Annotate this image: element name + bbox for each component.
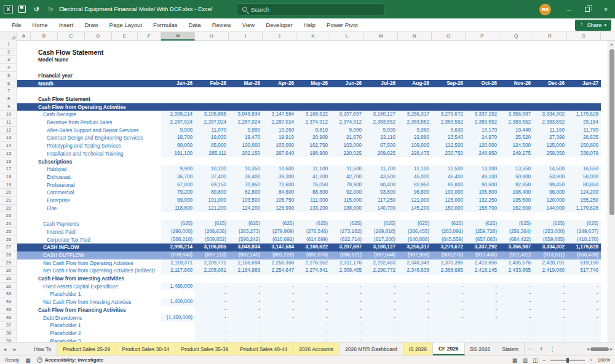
cell[interactable]: - [263,290,296,298]
row-header-15[interactable]: 15 [0,150,17,158]
cell[interactable]: 1,179,628 [567,111,601,119]
cell[interactable]: 202,150 [229,150,263,158]
cell[interactable]: 2,370,396 [432,259,466,267]
cell[interactable]: - [499,322,533,330]
cell[interactable]: 2,374,912 [296,119,330,127]
save-icon[interactable] [17,4,27,14]
cell[interactable]: 191,100 [161,150,195,158]
cell[interactable]: 18,700 [161,134,195,142]
cell[interactable]: - [466,322,499,330]
cell[interactable]: 9,990 [330,127,364,135]
cell[interactable]: 88,800 [296,189,330,197]
row-label[interactable]: Placeholder 3 [50,338,81,342]
cell[interactable]: 126,900 [263,205,296,213]
hscroll-left-icon[interactable]: ◂ [587,346,589,352]
cell[interactable]: 2,348,349 [398,259,432,267]
cell[interactable]: 92,000 [330,189,364,197]
row-label[interactable]: Commercial [47,189,74,197]
cell[interactable]: - [229,322,263,330]
cell[interactable]: 140,700 [364,205,398,213]
cell[interactable]: 2,164,983 [229,267,263,275]
cell[interactable]: (625) [466,220,499,228]
cell[interactable]: 45,000 [398,173,432,181]
cell[interactable]: - [229,338,263,342]
column-header-s[interactable]: S [567,32,601,41]
cell[interactable]: 27,390 [533,134,567,142]
cell[interactable]: (259,728) [466,228,499,236]
cell[interactable]: - [364,298,398,306]
cell[interactable]: - [398,338,432,342]
cell[interactable]: 2,383,552 [398,119,432,127]
cell[interactable]: - [466,314,499,322]
cell[interactable]: - [533,338,567,342]
row-header-39[interactable]: 39 [0,338,17,342]
cell[interactable]: 10,350 [229,165,263,173]
cell[interactable]: - [398,322,432,330]
cell[interactable]: 9,360 [398,127,432,135]
row-label[interactable]: Cash Payments [43,220,79,228]
cell[interactable]: 124,200 [567,189,601,197]
cell[interactable]: - [330,290,364,298]
row-header-7[interactable]: 7 [0,87,17,95]
cell[interactable]: 338,079 [567,150,601,158]
column-header-n[interactable]: N [398,32,432,41]
cell[interactable]: (909,276) [432,251,466,259]
cell[interactable]: 37,400 [195,173,229,181]
cell[interactable]: 111,000 [296,197,330,205]
cell[interactable]: (625) [364,220,398,228]
row-header-13[interactable]: 13 [0,134,17,142]
cell[interactable]: - [533,306,567,314]
cell[interactable]: 249,275 [499,150,533,158]
cell[interactable]: 1,179,628 [567,243,601,251]
cell[interactable]: 43,500 [364,173,398,181]
cell[interactable]: 70,950 [229,181,263,189]
ribbon-tab-file[interactable]: File [6,18,26,32]
cell[interactable]: 125,000 [432,197,466,205]
cell[interactable]: - [263,338,296,342]
cell[interactable]: - [296,306,330,314]
cell[interactable]: 125,000 [533,142,567,150]
cell[interactable]: - [432,314,466,322]
cell[interactable]: - [533,314,567,322]
cell[interactable]: (887,644) [364,251,398,259]
cell[interactable]: 1,179,628 [567,205,601,213]
cell[interactable]: 3,337,292 [466,111,499,119]
cell[interactable]: 124,200 [229,205,263,213]
row-label[interactable]: Corporate Tax Paid [47,236,90,244]
cell[interactable]: 2,368,685 [432,267,466,275]
cell[interactable]: 120,000 [533,197,567,205]
cell[interactable]: (279,909) [263,228,296,236]
cell[interactable]: 42,700 [330,173,364,181]
row-header-3[interactable]: 3 [0,56,17,64]
cell[interactable]: - [195,338,229,342]
cell[interactable]: (253,000) [533,228,567,236]
cell[interactable]: 46,400 [432,173,466,181]
cell[interactable]: 3,334,302 [533,111,567,119]
row-header-9[interactable]: 9 [0,103,17,111]
cell[interactable]: 14,500 [533,165,567,173]
cell[interactable]: 3,180,127 [364,243,398,251]
cell[interactable]: 2,276,552 [296,259,330,267]
cell[interactable]: 115,000 [330,197,364,205]
cell[interactable]: 138,000 [330,205,364,213]
cell[interactable]: (266,455) [398,228,432,236]
cell[interactable]: 19,030 [195,134,229,142]
cell[interactable]: (660,438) [567,251,601,259]
cell[interactable]: 3,048,834 [229,243,263,251]
cell[interactable]: - [263,306,296,314]
cell[interactable]: 3,356,987 [499,243,533,251]
cell[interactable]: (625) [296,220,330,228]
row-label[interactable]: Prototyping and Testing Services [47,142,121,150]
cell[interactable]: 2,287,024 [229,119,263,127]
cell[interactable]: - [499,314,533,322]
cell[interactable]: (625) [263,220,296,228]
row-label[interactable]: Net Cash Flow from Investing Activities [43,298,131,306]
cell[interactable]: 2,383,552 [499,119,533,127]
accessibility-status[interactable]: Accessibility: Investigate [37,357,104,363]
sheet-tab-how-to[interactable]: How To [28,342,57,355]
cell[interactable]: 80,400 [364,181,398,189]
cell[interactable]: 9,810 [296,127,330,135]
cell[interactable]: 108,400 [499,189,533,197]
column-header-j[interactable]: J [263,32,296,41]
cell[interactable]: - [398,314,432,322]
